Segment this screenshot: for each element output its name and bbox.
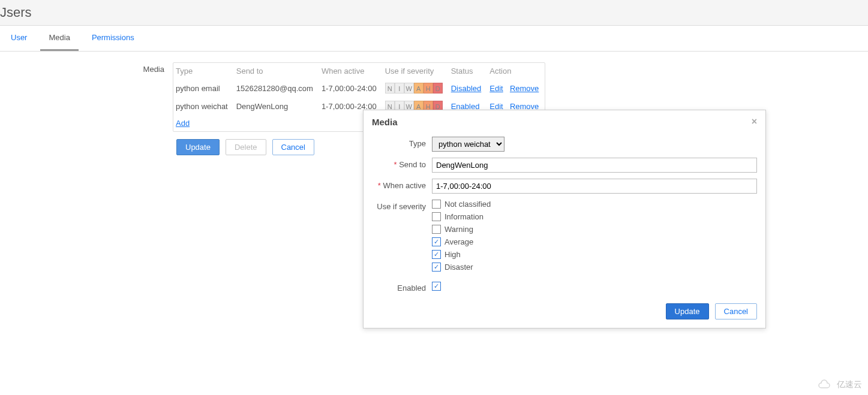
tabs: User Media Permissions: [0, 26, 868, 52]
sev-h-icon: H: [424, 83, 433, 94]
col-type: Type: [173, 63, 234, 79]
update-button[interactable]: Update: [176, 139, 220, 155]
type-select[interactable]: python weichat: [432, 137, 504, 152]
col-sendto: Send to: [234, 63, 319, 79]
col-action: Action: [487, 63, 545, 79]
sev-a-icon: A: [414, 83, 424, 94]
delete-button: Delete: [226, 139, 266, 155]
cell-type: python weichat: [173, 97, 234, 115]
edit-link[interactable]: Edit: [489, 84, 503, 93]
cancel-button[interactable]: Cancel: [272, 139, 314, 155]
table-row: python email 1526281280@qq.com 1-7,00:00…: [173, 79, 545, 97]
sev-n-icon: N: [385, 83, 395, 94]
close-icon[interactable]: ×: [752, 116, 757, 127]
media-section-label: Media: [0, 62, 173, 74]
tab-user[interactable]: User: [2, 26, 35, 51]
cell-sendto: DengWenLong: [234, 97, 319, 115]
sev-w-icon: W: [404, 83, 414, 94]
sev-d-icon: D: [433, 83, 443, 94]
tab-media[interactable]: Media: [40, 26, 78, 51]
cell-type: python email: [173, 79, 234, 97]
cell-sendto: 1526281280@qq.com: [234, 79, 319, 97]
media-dialog: Media × Type python weichat * Send to * …: [363, 110, 766, 155]
type-label: Type: [372, 137, 432, 148]
remove-link[interactable]: Remove: [510, 84, 539, 93]
sev-i-icon: I: [395, 83, 404, 94]
cell-when: 1-7,00:00-24:00: [319, 79, 383, 97]
status-toggle[interactable]: Disabled: [451, 84, 482, 93]
page-title: Jsers: [0, 0, 868, 26]
tab-permissions[interactable]: Permissions: [83, 26, 143, 51]
dialog-title: Media: [372, 117, 398, 127]
severity-pills: N I W A H D: [385, 83, 443, 94]
col-whenactive: When active: [319, 63, 383, 79]
col-severity: Use if severity: [383, 63, 449, 79]
col-status: Status: [449, 63, 488, 79]
